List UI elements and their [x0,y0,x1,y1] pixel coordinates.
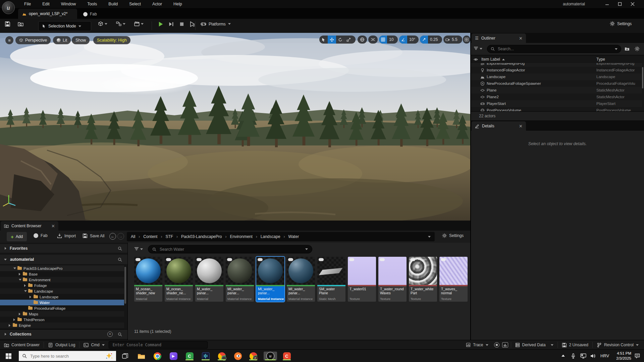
blueprints-dropdown[interactable] [116,21,125,26]
asset-tile-m-ocean-shader-new[interactable]: M_ocean_shader_newMaterial [134,257,162,302]
breadcrumb-all[interactable]: All [131,234,135,239]
rotation-snap-control[interactable]: 10° [399,36,419,44]
unreal-engine-taskbar-icon[interactable]: u [264,352,277,360]
surface-snapping-button[interactable] [368,36,378,44]
chrome-icon[interactable] [153,352,162,360]
tree-item-base[interactable]: Base [0,271,124,277]
maximize-viewport-button[interactable] [463,36,470,44]
viewport-perspective-dropdown[interactable]: Perspective [15,36,51,44]
save-icon[interactable] [5,21,10,27]
content-browser-icon[interactable] [18,21,23,27]
notification-center-icon[interactable] [635,353,640,359]
maximize-button[interactable] [618,2,622,6]
breadcrumb-landscape[interactable]: Landscape [261,234,280,239]
profiler-icon[interactable] [502,342,508,348]
close-icon[interactable]: ✕ [519,124,523,129]
breadcrumb-environment[interactable]: Environment [230,234,252,239]
output-log-button[interactable]: Output Log [44,340,79,350]
breadcrumb-stf[interactable]: STF [165,234,173,239]
tab-fab[interactable]: Fab [79,9,101,19]
details-tab[interactable]: Details ✕ [472,121,526,131]
asset-tile-t-water01[interactable]: T_water01Texture [348,257,376,302]
asset-filter-dropdown[interactable] [134,247,143,251]
viewport-3d-scene[interactable] [0,33,470,221]
chevron-down-icon[interactable] [305,248,308,250]
outliner-row[interactable]: LandscapeLandscape [471,73,642,80]
tree-item-landscape-child[interactable]: Landscape [0,294,124,300]
breadcrumb-water[interactable]: Water [288,234,299,239]
start-button[interactable] [4,352,13,360]
asset-tile-sm-water-plane[interactable]: SM_waterPlaneStatic Mesh [317,257,345,302]
content-browser-tab[interactable]: Content Browser ✕ [1,221,58,231]
close-icon[interactable]: ✕ [519,36,523,41]
minimize-button[interactable] [605,2,609,6]
asset-search-input[interactable] [148,245,312,253]
asset-tile-mi-water-panar-selected[interactable]: MI_water_panar...Material Instance [256,257,284,302]
skip-frame-button[interactable] [168,21,174,27]
outliner-scrollbar[interactable] [642,67,643,88]
project-root-header[interactable]: automaterial [0,255,127,264]
menu-build[interactable]: Build [106,1,120,7]
outliner-row[interactable]: NewProceduralFoliageSpawnerProceduralFol… [471,80,642,87]
insights-record-icon[interactable] [494,342,499,348]
stop-button[interactable] [179,21,184,27]
cmd-dropdown[interactable]: Cmd [79,340,108,350]
outliner-tab[interactable]: ☰ Outliner ✕ [472,34,526,43]
scale-tool-button[interactable] [344,36,353,44]
asset-tile-t-water-round-waves[interactable]: T_water_roundWavesTexture [378,257,407,302]
camtasia-icon[interactable]: C [185,352,194,360]
add-actor-dropdown[interactable] [98,21,107,26]
microphone-tray-icon[interactable] [571,353,576,359]
menu-actor[interactable]: Actor [150,1,164,7]
filmora-icon[interactable]: ▶ [169,352,178,360]
selection-mode-dropdown[interactable]: Selection Mode [38,21,91,31]
fab-button[interactable]: Fab [34,233,48,238]
launch-button[interactable] [189,21,195,27]
tree-item-pack03[interactable]: Pack03-LandscapePro [0,265,124,271]
outliner-search-input[interactable] [487,45,621,53]
tree-scrollbar[interactable] [124,267,126,304]
menu-help[interactable]: Help [171,1,184,7]
file-explorer-icon[interactable] [137,352,146,360]
menu-tools[interactable]: Tools [85,1,99,7]
path-picker-chevron-icon[interactable] [428,236,431,238]
tree-item-proceduralfoliage[interactable]: ProceduralFoliage [0,305,124,311]
favorites-section-header[interactable]: Favorites [0,244,127,253]
menu-file[interactable]: File [22,1,33,7]
content-drawer-button[interactable]: Content Drawer [0,340,44,350]
blender-icon[interactable] [233,352,242,360]
chrome-chatgpt-icon[interactable] [217,352,226,360]
viewport-show-dropdown[interactable]: Show [72,36,90,44]
volume-tray-icon[interactable] [590,354,596,358]
add-collection-icon[interactable]: + [107,331,113,337]
menu-edit[interactable]: Edit [40,1,52,7]
unreal-logo[interactable]: u [2,1,15,14]
display-tray-icon[interactable] [580,353,586,359]
audio-editor-icon[interactable] [201,352,210,360]
save-all-button[interactable]: Save All [83,233,104,238]
unsaved-indicator[interactable]: 2 Unsaved [558,340,592,350]
settings-dropdown[interactable]: Settings [610,21,632,26]
collections-section-header[interactable]: Collections + [0,329,127,339]
viewport-scalability-badge[interactable]: Scalability: High [93,36,130,44]
breadcrumb-content[interactable]: Content [143,234,157,239]
clock[interactable]: 4:51 PM 2/3/2025 [612,351,631,361]
outliner-row[interactable]: PostProcessVolumePostProcessVolume [471,107,642,111]
rotate-tool-button[interactable] [336,36,344,44]
viewport-lit-dropdown[interactable]: Lit [53,36,71,44]
grid-snap-control[interactable]: 10 [379,36,398,44]
tree-item-environment[interactable]: Environment [0,277,124,283]
revision-control-dropdown[interactable]: Revision Control [593,340,643,350]
search-icon[interactable] [118,246,122,251]
tree-item-maps[interactable]: Maps [0,311,124,317]
play-button[interactable] [158,21,164,27]
asset-tile-m-ocean-shader-ne[interactable]: M_ocean_shader_ne...Material Instance [165,257,193,302]
move-tool-button[interactable] [328,36,336,44]
asset-tile-t-waves-normal[interactable]: T_waves_normalTexture [439,257,468,302]
tree-item-engine[interactable]: Engine [0,322,124,328]
asset-tile-mi-water-panar-2[interactable]: MI_water_panar...Material Instance [287,257,315,302]
outliner-row[interactable]: PlaneStaticMeshActor [471,87,642,94]
camera-speed-control[interactable]: 5.5 [443,36,462,44]
taskbar-search-input[interactable] [19,351,116,361]
trace-dropdown[interactable]: Trace [462,340,492,350]
